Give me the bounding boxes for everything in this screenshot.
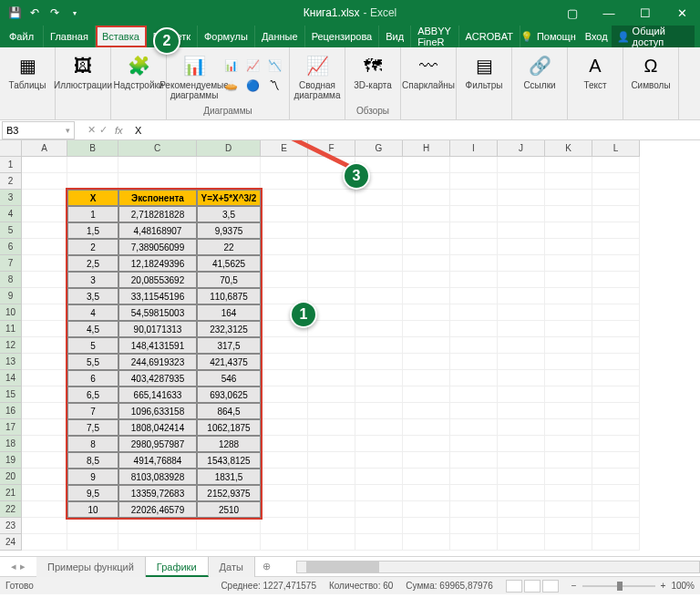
cell[interactable] — [22, 501, 67, 518]
cell[interactable] — [403, 419, 450, 436]
cell[interactable] — [592, 354, 640, 370]
cell[interactable] — [498, 452, 545, 469]
cell[interactable]: 2980,957987 — [118, 436, 197, 452]
col-header-C[interactable]: C — [118, 140, 197, 157]
cell[interactable] — [403, 501, 450, 518]
cell[interactable] — [355, 222, 403, 239]
ribbon-btn-Таблицы[interactable]: ▦Таблицы — [4, 53, 51, 90]
cell[interactable] — [308, 386, 355, 403]
cell[interactable] — [545, 337, 592, 354]
cell[interactable] — [450, 190, 498, 206]
row-header-15[interactable]: 15 — [0, 386, 22, 403]
cell[interactable] — [355, 288, 403, 304]
cell[interactable] — [355, 354, 403, 370]
cell[interactable]: 1,5 — [67, 222, 118, 239]
cell[interactable] — [450, 321, 498, 337]
view-break-icon[interactable] — [542, 580, 559, 593]
cell[interactable]: 1062,1875 — [197, 419, 261, 436]
ribbon-btn-Ссылки[interactable]: 🔗Ссылки — [516, 53, 563, 90]
cell[interactable] — [67, 534, 118, 551]
cell[interactable] — [403, 304, 450, 321]
cell[interactable] — [450, 304, 498, 321]
cell[interactable] — [545, 239, 592, 255]
cell[interactable] — [308, 436, 355, 452]
cell[interactable] — [498, 222, 545, 239]
cell[interactable] — [261, 255, 308, 272]
col-header-A[interactable]: A — [22, 140, 67, 157]
cell[interactable] — [308, 534, 355, 551]
cell[interactable] — [450, 386, 498, 403]
cell[interactable] — [22, 485, 67, 501]
cell[interactable]: 1 — [67, 206, 118, 222]
sheet-tab-Даты[interactable]: Даты — [209, 557, 255, 577]
cell[interactable] — [355, 518, 403, 534]
cell[interactable]: 9,9375 — [197, 222, 261, 239]
cell[interactable] — [450, 518, 498, 534]
row-header-22[interactable]: 22 — [0, 501, 22, 518]
tab-ACROBAT[interactable]: ACROBAT — [459, 26, 520, 47]
cell[interactable] — [261, 386, 308, 403]
cell[interactable]: 5 — [67, 337, 118, 354]
cell[interactable] — [403, 222, 450, 239]
cell[interactable] — [355, 436, 403, 452]
sheet-nav[interactable]: ◂ ▸ — [0, 561, 36, 572]
cell[interactable] — [592, 452, 640, 469]
tab-Вид[interactable]: Вид — [379, 26, 411, 47]
cell[interactable] — [498, 419, 545, 436]
cell[interactable]: 3,5 — [67, 288, 118, 304]
cell[interactable] — [498, 370, 545, 386]
cell[interactable] — [261, 485, 308, 501]
cell[interactable] — [22, 419, 67, 436]
cell[interactable] — [545, 403, 592, 419]
chart-type-icon[interactable]: 🥧 — [221, 77, 240, 95]
row-header-23[interactable]: 23 — [0, 518, 22, 534]
enter-icon[interactable]: ✓ — [99, 124, 108, 136]
ribbon-btn-Символы[interactable]: ΩСимволы — [627, 53, 674, 90]
cell[interactable] — [545, 288, 592, 304]
cell[interactable] — [403, 370, 450, 386]
worksheet-grid[interactable]: ABCDEFGHIJKL 123456789101112131415161718… — [0, 140, 700, 556]
cell[interactable] — [592, 272, 640, 288]
view-layout-icon[interactable] — [524, 580, 540, 593]
cell[interactable] — [308, 321, 355, 337]
cell[interactable] — [403, 452, 450, 469]
cell[interactable] — [308, 239, 355, 255]
cell[interactable] — [545, 354, 592, 370]
cell[interactable] — [261, 403, 308, 419]
cell[interactable] — [118, 534, 197, 551]
tab-Рецензирова[interactable]: Рецензирова — [305, 26, 380, 47]
fx-icon[interactable]: fx — [111, 125, 129, 136]
cell[interactable] — [592, 222, 640, 239]
cell[interactable] — [592, 239, 640, 255]
col-header-H[interactable]: H — [403, 140, 450, 157]
cell[interactable] — [450, 173, 498, 190]
cell[interactable] — [261, 452, 308, 469]
cell[interactable] — [592, 206, 640, 222]
cell[interactable] — [261, 157, 308, 173]
cell[interactable] — [498, 337, 545, 354]
col-header-E[interactable]: E — [261, 140, 308, 157]
cell[interactable] — [545, 272, 592, 288]
cell[interactable] — [498, 469, 545, 485]
cell[interactable] — [308, 337, 355, 354]
chart-type-icon[interactable]: 〽 — [265, 77, 283, 95]
cell[interactable]: 3 — [67, 272, 118, 288]
cell[interactable] — [403, 321, 450, 337]
cell[interactable]: 864,5 — [197, 403, 261, 419]
row-header-6[interactable]: 6 — [0, 239, 22, 255]
cell[interactable] — [197, 518, 261, 534]
chart-type-icon[interactable]: 📉 — [265, 57, 283, 75]
cell[interactable] — [261, 370, 308, 386]
cancel-icon[interactable]: ✕ — [88, 124, 96, 136]
cell[interactable] — [498, 157, 545, 173]
cell[interactable] — [261, 190, 308, 206]
cell[interactable] — [545, 190, 592, 206]
cell[interactable] — [261, 436, 308, 452]
name-box-dropdown-icon[interactable]: ▾ — [66, 126, 70, 135]
sheet-tab-Графики[interactable]: Графики — [146, 557, 209, 577]
cell[interactable]: 7 — [67, 403, 118, 419]
zoom-out-icon[interactable]: − — [571, 581, 577, 591]
ribbon-btn-Рекомендуемые диаграммы[interactable]: 📊Рекомендуемые диаграммы — [170, 53, 218, 100]
cell[interactable] — [403, 206, 450, 222]
tell-me-icon[interactable]: 💡 — [520, 31, 533, 43]
